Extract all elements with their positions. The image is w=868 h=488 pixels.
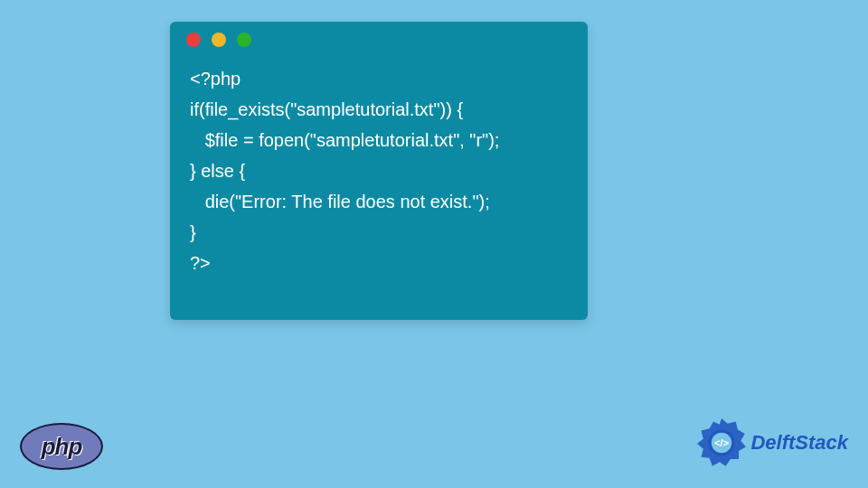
code-line: if(file_exists("sampletutorial.txt")) { bbox=[190, 94, 568, 125]
code-line: <?php bbox=[190, 63, 568, 94]
code-line: die("Error: The file does not exist."); bbox=[190, 186, 568, 217]
minimize-icon bbox=[212, 33, 226, 47]
window-titlebar bbox=[170, 22, 588, 58]
delftstack-logo: </> DelftStack bbox=[696, 418, 848, 468]
code-line: } bbox=[190, 217, 568, 248]
php-logo-text: php bbox=[42, 433, 82, 461]
code-body: <?php if(file_exists("sampletutorial.txt… bbox=[170, 58, 588, 295]
code-line: $file = fopen("sampletutorial.txt", "r")… bbox=[190, 125, 568, 155]
maximize-icon bbox=[237, 33, 251, 47]
php-logo: php bbox=[20, 423, 103, 470]
delftstack-logo-text: DelftStack bbox=[750, 431, 848, 455]
close-icon bbox=[186, 33, 201, 47]
code-line: ?> bbox=[190, 248, 568, 278]
svg-text:</>: </> bbox=[714, 437, 730, 448]
delftstack-badge-icon: </> bbox=[696, 418, 747, 468]
code-line: } else { bbox=[190, 155, 568, 186]
code-window: <?php if(file_exists("sampletutorial.txt… bbox=[170, 22, 588, 320]
